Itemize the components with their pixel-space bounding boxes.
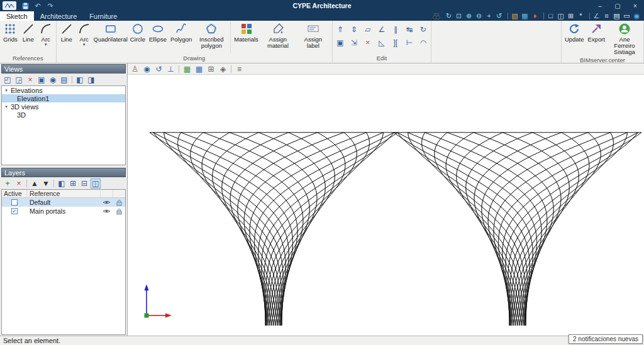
comment-icon[interactable]: ▭ [622,12,631,21]
add-layer-icon[interactable]: + [3,178,13,189]
minimize-button[interactable]: – [591,0,609,11]
highlight-layer-icon[interactable]: ◫ [91,178,101,189]
tree-item-elevations[interactable]: ▾Elevations [2,86,125,94]
search-button[interactable] [429,11,444,21]
pan-icon[interactable]: + [484,12,494,21]
tool-grids[interactable]: Grids [1,21,19,43]
edit-contour-icon[interactable]: ▱ [362,23,374,35]
delete-layer-icon[interactable]: × [14,178,24,189]
fire-safety-icon[interactable]: ♦ [530,12,540,21]
edit-group-label: Edit [334,54,430,63]
help-icon[interactable]: ◉ [632,12,641,21]
measure-edit-icon[interactable]: ∠ [375,23,388,35]
tool-update[interactable]: Update [563,21,586,43]
copy-icon[interactable]: ▣ [334,36,347,48]
window-grid-icon[interactable]: ⊞ [566,12,575,21]
tool-ellipse[interactable]: Ellipse [147,21,169,43]
slope-icon[interactable]: ◺ [375,36,388,48]
layer-active-checkbox[interactable]: ✓ [11,208,18,214]
stretch-icon[interactable]: ↹ [403,23,416,35]
tool-materials[interactable]: Materials [232,21,260,43]
tab-architecture[interactable]: Architecture [34,11,84,21]
hatch-icon[interactable]: ∥ [389,23,402,35]
layer-lock-icon[interactable] [113,208,125,215]
grid-icon[interactable]: ⊞ [206,64,216,74]
window-split-icon[interactable]: ◫ [556,12,565,21]
erase-icon[interactable]: × [362,36,374,48]
layer-row-main-portals[interactable]: ✓Main portals [2,207,125,216]
redo-button[interactable]: ↷ [45,1,55,10]
save-button[interactable] [20,1,30,10]
zoom-window-icon[interactable]: ⊡ [454,12,464,21]
layers-grid-icon[interactable]: ⊞ [68,178,78,189]
layer-lock-icon[interactable] [113,199,125,206]
window-single-icon[interactable]: □ [546,12,555,21]
layer-active-checkbox[interactable] [11,199,18,205]
snap-icon[interactable]: ◈ [218,64,228,74]
tool-line[interactable]: Line [58,21,75,43]
tool-assign-label[interactable]: Assign label [296,21,331,50]
orbit-icon[interactable]: ↺ [494,12,504,21]
zoom-extents-icon[interactable]: ⊕ [464,12,474,21]
notification-badge[interactable]: 2 notificaciones nuevas [569,334,643,344]
layer-visibility-icon[interactable] [100,200,113,205]
work-plane-green-icon[interactable]: ▦ [182,64,192,74]
images-icon[interactable]: ▦ [520,12,530,21]
undo-button[interactable]: ↶ [33,1,43,10]
scale-icon[interactable]: ⇲ [348,36,360,48]
move-icon[interactable]: ⇑ [334,23,347,35]
edit-view-icon[interactable]: ◲ [14,75,24,85]
tool-quadrilateral[interactable]: Quadrilateral [93,21,128,43]
settings-icon[interactable]: * [576,12,586,21]
tree-item-3d-views[interactable]: ▾3D views [2,102,125,111]
tool-circle[interactable]: Circle [128,21,147,43]
tool-assign-material[interactable]: Assign material [260,21,296,50]
render-icon[interactable]: ▧ [510,12,519,21]
app-icon[interactable] [1,1,18,11]
tool-export[interactable]: Export [586,21,607,43]
duplicate-view-icon[interactable]: ▣ [36,75,47,85]
tool-line[interactable]: Line [19,21,37,43]
move-down-icon[interactable]: ▼ [41,178,51,189]
hide-panel-icon[interactable]: ◨ [86,75,96,85]
tree-item-3d[interactable]: 3D [2,111,125,119]
merge-layers-icon[interactable]: ⊟ [79,178,89,189]
layer-visibility-icon[interactable] [100,209,113,214]
refresh-view-icon[interactable]: ↻ [444,12,453,21]
mirror-icon[interactable]: ⇕ [348,23,360,35]
tree-item-elevation1[interactable]: Elevation1 [2,94,125,102]
close-button[interactable]: × [626,0,644,11]
tool-arc[interactable]: Arc▾ [37,21,55,47]
orbit-view-icon[interactable]: ↺ [153,64,164,74]
tab-furniture[interactable]: Furniture [83,11,123,21]
camera-icon[interactable]: ◉ [48,75,58,85]
tool-polygon[interactable]: Polygon [169,21,194,43]
layer-row-default[interactable]: Default [2,198,125,207]
work-plane-blue-icon[interactable]: ▦ [194,64,204,74]
zoom-out-icon[interactable]: ⊖ [474,12,484,21]
list-icon[interactable]: ≡ [602,12,611,21]
maximize-button[interactable]: ▢ [609,0,626,11]
snapshot-icon[interactable]: ▤ [59,75,69,85]
tool-arc[interactable]: Arc▾ [75,21,93,47]
extend-icon[interactable]: ⊢ [403,36,416,48]
view-config-icon[interactable]: ≡ [234,64,245,74]
scale-figure-icon[interactable]: ♙ [130,64,140,74]
delete-view-icon[interactable]: × [25,75,35,85]
create-view-icon[interactable]: ◰ [3,75,13,85]
show-layer-icon[interactable]: ◧ [57,178,67,189]
visibility-icon[interactable]: ◉ [142,64,152,74]
measure-icon[interactable]: ∠ [592,12,601,21]
axes-icon[interactable]: ⊥ [165,64,176,74]
move-up-icon[interactable]: ▲ [30,178,40,189]
layers-window-icon[interactable]: ▤ [612,12,621,21]
arc-edit-icon[interactable]: ◠ [417,36,430,48]
trim-icon[interactable]: ][ [389,36,402,48]
show-panel-icon[interactable]: ◧ [75,75,85,85]
rotate-icon[interactable]: ↻ [417,23,430,35]
assignlabel-icon [307,22,319,36]
tab-sketch[interactable]: Sketch [0,11,34,21]
tool-inscribed-polygon[interactable]: Inscribed polygon [194,21,229,50]
tool-ane-ferreiro-sistiaga[interactable]: Ane Ferreiro Sistiaga [607,21,642,56]
drawing-canvas[interactable] [128,75,644,336]
